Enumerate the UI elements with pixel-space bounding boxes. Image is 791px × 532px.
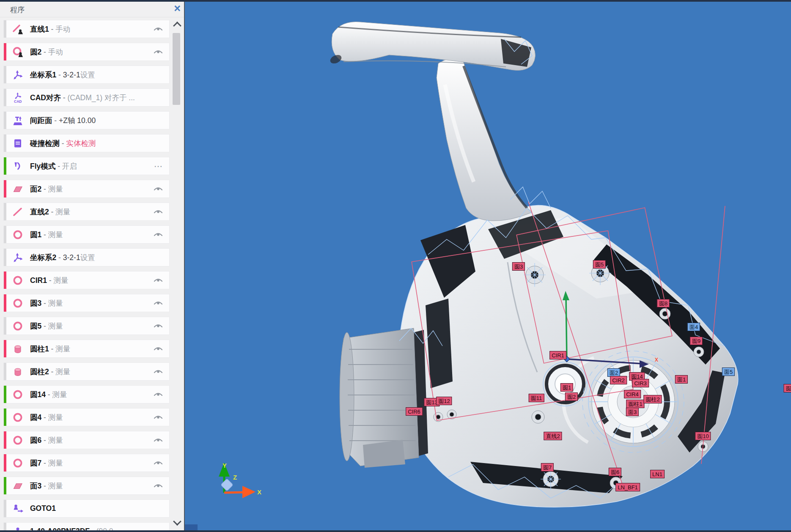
program-step-row[interactable]: CIR1 - 测量	[3, 271, 170, 289]
row-visibility-toggle[interactable]	[153, 368, 163, 375]
row-visibility-toggle[interactable]	[153, 277, 163, 283]
program-step-row[interactable]: 1-40-A00PNF3DF - (90.0	[3, 522, 170, 530]
measure-label[interactable]: 圆11	[529, 394, 544, 402]
measure-label[interactable]: 面3	[626, 408, 639, 416]
row-feature-icon	[11, 457, 25, 469]
program-step-row[interactable]: 圆4 - 测量	[3, 408, 170, 426]
row-visibility-toggle[interactable]	[153, 186, 163, 192]
circle-icon	[12, 458, 23, 469]
measure-label[interactable]: 圆3	[512, 262, 525, 271]
program-step-row[interactable]: 圆2 - 手动	[3, 43, 170, 61]
program-step-row[interactable]: 面2 - 测量	[3, 180, 170, 198]
measure-label[interactable]: 圆5	[593, 260, 606, 269]
measure-label[interactable]: 圆9	[690, 337, 703, 345]
goto-icon	[12, 503, 24, 514]
program-step-row[interactable]: CAD CAD对齐 - (CADM_1) 对齐于 ...	[3, 88, 170, 107]
measure-label[interactable]: CIR3	[632, 379, 649, 387]
program-step-row[interactable]: 圆6 - 测量	[3, 431, 170, 449]
measure-label[interactable]: 面4	[687, 323, 700, 331]
measure-label[interactable]: 圆柱2	[643, 395, 662, 403]
row-visibility-toggle[interactable]	[153, 391, 163, 398]
program-step-row[interactable]: 圆7 - 测量	[3, 454, 170, 472]
measure-label[interactable]: 圆	[784, 384, 791, 392]
measure-label[interactable]: 圆柱1	[626, 400, 644, 408]
program-step-row[interactable]: 圆5 - 测量	[3, 317, 170, 335]
program-step-row[interactable]: 圆柱2 - 测量	[3, 362, 170, 381]
visibility-eye-icon	[153, 186, 163, 192]
program-step-row[interactable]: 面3 - 测量	[3, 477, 170, 495]
measure-label[interactable]: 面5	[722, 367, 735, 376]
measure-label[interactable]: 圆8	[657, 299, 670, 307]
row-feature-icon	[11, 251, 25, 264]
row-feature-icon	[11, 274, 25, 287]
viewport-3d[interactable]: x Y X Z 圆3圆5圆8面4圆9面5CIR1面2CIR2圆14CIR3面1圆…	[185, 2, 791, 530]
visibility-eye-icon	[153, 391, 163, 398]
scroll-up-icon[interactable]	[173, 22, 181, 30]
row-visibility-toggle[interactable]	[153, 346, 163, 352]
row-visibility-toggle[interactable]	[153, 414, 163, 420]
program-rows: 直线1 - 手动 圆2 - 手动 坐标系1 - 3-2-1设置 CAD CAD对…	[0, 17, 170, 530]
program-step-row[interactable]: Fly模式 - 开启 ⋯	[3, 157, 170, 175]
circle-icon	[12, 298, 23, 309]
line-probe-icon	[12, 24, 23, 35]
program-step-row[interactable]: 坐标系1 - 3-2-1设置	[3, 66, 170, 84]
program-step-row[interactable]: 坐标系2 - 3-2-1设置	[3, 248, 170, 266]
program-step-row[interactable]: 圆柱1 - 测量	[3, 340, 170, 358]
row-status-bar	[4, 20, 6, 38]
measure-label[interactable]: 圆7	[541, 463, 554, 472]
sidebar-scrollbar[interactable]	[171, 19, 182, 528]
program-step-row[interactable]: 圆3 - 测量	[3, 294, 170, 312]
row-status-bar	[4, 454, 6, 472]
measure-label[interactable]: 圆6	[609, 468, 621, 476]
row-visibility-toggle[interactable]	[153, 483, 163, 489]
window-top-trim	[0, 0, 791, 2]
row-label: 圆7 - 测量	[30, 458, 63, 468]
row-visibility-toggle[interactable]	[153, 49, 163, 55]
close-icon[interactable]: ×	[174, 2, 181, 15]
panel-title: 程序	[10, 5, 25, 15]
measure-label[interactable]: CIR6	[406, 407, 423, 416]
program-step-row[interactable]: 直线2 - 测量	[3, 203, 170, 221]
measure-label[interactable]: 直线2	[544, 432, 562, 440]
program-step-row[interactable]: 圆14 - 测量	[3, 385, 170, 403]
program-step-row[interactable]: 直线1 - 手动	[3, 20, 170, 38]
row-label: 碰撞检测 - 实体检测	[30, 138, 96, 148]
measure-label[interactable]: LN1	[650, 470, 665, 478]
row-visibility-toggle[interactable]	[153, 300, 163, 306]
row-status-bar	[4, 409, 6, 426]
measure-label[interactable]: 面2	[607, 368, 620, 377]
window-bottom-trim	[0, 530, 791, 532]
measure-label[interactable]: 圆12	[436, 397, 452, 405]
row-status-bar	[4, 203, 6, 220]
measure-label[interactable]: LN_BF1	[615, 483, 640, 491]
program-step-row[interactable]: 间距面 - +Z轴 10.00	[3, 111, 170, 129]
row-visibility-toggle[interactable]	[153, 208, 163, 215]
visibility-eye-icon	[153, 300, 163, 306]
row-visibility-toggle[interactable]	[153, 231, 163, 238]
row-visibility-toggle[interactable]	[153, 460, 163, 466]
row-visibility-toggle[interactable]: ⋯	[154, 161, 163, 171]
coordinate-system-icon	[12, 69, 23, 80]
row-status-bar	[4, 363, 6, 380]
row-feature-icon	[11, 206, 25, 218]
row-feature-icon	[11, 480, 25, 492]
measure-label[interactable]: CIR4	[624, 390, 641, 398]
program-step-row[interactable]: 圆1 - 测量	[3, 225, 170, 244]
scroll-down-icon[interactable]	[173, 517, 181, 526]
measure-label[interactable]: 面1	[675, 375, 688, 384]
measure-label[interactable]: 圆1	[560, 383, 573, 392]
row-status-bar	[4, 500, 6, 517]
row-visibility-toggle[interactable]	[153, 323, 163, 329]
visibility-eye-icon	[153, 231, 163, 238]
scroll-thumb[interactable]	[173, 33, 180, 105]
circle-icon	[12, 435, 23, 446]
program-step-row[interactable]: GOTO1	[3, 499, 170, 518]
program-step-row[interactable]: 碰撞检测 - 实体检测	[3, 134, 170, 152]
measure-label[interactable]: 圆10	[695, 432, 711, 440]
measure-label[interactable]: 圆2	[565, 392, 578, 401]
row-visibility-toggle[interactable]	[153, 437, 163, 443]
fly-mode-icon	[12, 161, 23, 172]
row-visibility-toggle[interactable]	[153, 26, 163, 32]
measure-label[interactable]: CIR1	[549, 351, 566, 359]
measure-label[interactable]: CIR2	[610, 376, 627, 384]
